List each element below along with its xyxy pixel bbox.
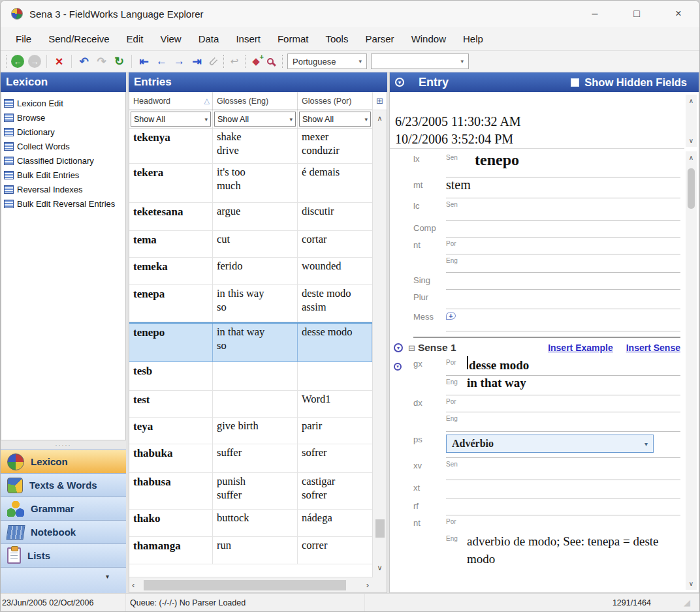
menu-tools[interactable]: Tools: [317, 33, 357, 44]
maximize-button[interactable]: □: [616, 1, 658, 27]
resize-grip-icon[interactable]: ◢: [684, 598, 699, 607]
previous-record-icon[interactable]: ←: [153, 55, 170, 68]
menu-edit[interactable]: Edit: [118, 33, 152, 44]
field-value[interactable]: desse modo: [469, 358, 529, 373]
scroll-right-arrow[interactable]: ›: [366, 580, 369, 590]
table-row[interactable]: teketesanaarguediscutir: [129, 203, 372, 231]
close-button[interactable]: ×: [658, 1, 699, 27]
show-hidden-fields-checkbox[interactable]: [571, 78, 579, 87]
table-row[interactable]: teyagive birthparir: [129, 418, 372, 444]
secondary-combobox[interactable]: ▾: [371, 54, 469, 69]
menu-window[interactable]: Window: [403, 33, 454, 44]
nav-button-lexicon[interactable]: Lexicon: [1, 450, 126, 473]
insert-sense-link[interactable]: Insert Sense: [626, 343, 680, 353]
dates-scrollbar[interactable]: ∧ ∨: [686, 95, 697, 147]
field-value[interactable]: adverbio de modo; See: tenepa = deste mo…: [467, 532, 680, 568]
sidebar-item-dictionary[interactable]: Dictionary: [4, 125, 123, 139]
column-header-glosses-eng[interactable]: Glosses (Eng): [213, 92, 298, 110]
scroll-down-arrow[interactable]: ∨: [686, 580, 697, 587]
sidebar-item-bulk-edit-reversal-entries[interactable]: Bulk Edit Reversal Entries: [4, 196, 123, 211]
field-label: nt: [413, 237, 446, 273]
menu-format[interactable]: Format: [269, 33, 317, 44]
scroll-up-arrow[interactable]: ∧: [686, 151, 697, 161]
filter-glosses-por[interactable]: Show All▾: [299, 112, 371, 127]
table-row[interactable]: thabusapunishsuffercastigarsofrer: [129, 473, 372, 510]
sidebar-item-lexicon-edit[interactable]: Lexicon Edit: [4, 96, 123, 110]
table-row[interactable]: temekaferidowounded: [129, 258, 372, 285]
collapse-sense-icon[interactable]: ⊟: [408, 343, 415, 353]
nav-button-texts-words[interactable]: Texts & Words: [1, 473, 126, 497]
menu-parser[interactable]: Parser: [357, 33, 402, 44]
show-hidden-fields-control[interactable]: Show Hidden Fields: [571, 76, 693, 89]
scrollbar-thumb[interactable]: [144, 580, 346, 590]
nav-button-notebook[interactable]: Notebook: [1, 520, 126, 543]
first-record-icon[interactable]: ⇤: [135, 55, 153, 69]
delete-icon[interactable]: ×: [50, 54, 68, 69]
menu-view[interactable]: View: [151, 33, 189, 44]
scroll-down-arrow[interactable]: ∨: [689, 137, 693, 144]
filter-headword[interactable]: Show All▾: [131, 112, 211, 127]
last-record-icon[interactable]: ⇥: [188, 55, 206, 69]
next-record-icon[interactable]: →: [170, 55, 188, 68]
forward-icon: →: [28, 55, 41, 68]
table-row[interactable]: thamangaruncorrer: [129, 537, 372, 564]
insert-entry-icon[interactable]: ◆+: [248, 55, 264, 67]
scrollbar-thumb[interactable]: [688, 168, 695, 209]
field-lc: lc Sen: [394, 198, 684, 221]
field-comp: Comp: [394, 221, 684, 237]
language-combobox[interactable]: Portuguese ▾: [287, 54, 367, 69]
entries-vertical-scrollbar[interactable]: ⊞ ∧ ∨: [372, 92, 387, 592]
table-row[interactable]: temacutcortar: [129, 231, 372, 258]
menu-help[interactable]: Help: [454, 33, 492, 44]
ws-label: Por: [446, 237, 467, 247]
field-value[interactable]: in that way: [467, 376, 526, 390]
entries-horizontal-scrollbar[interactable]: ‹ ›: [129, 577, 373, 592]
refresh-icon[interactable]: ↻: [110, 54, 128, 69]
toolbar-separator: [46, 55, 47, 68]
sidebar-item-collect-words[interactable]: Collect Words: [4, 139, 123, 153]
table-row[interactable]: tenepain this waysodeste modoassim: [129, 285, 372, 322]
table-row[interactable]: thabukasuffersofrer: [129, 444, 372, 473]
nav-overflow-icon[interactable]: ▾: [106, 573, 109, 580]
pane-menu-icon[interactable]: ▾: [395, 78, 404, 87]
find-entry-icon[interactable]: [267, 58, 274, 65]
field-value[interactable]: tenepo: [467, 151, 519, 169]
scroll-up-arrow[interactable]: ∧: [373, 110, 387, 126]
back-icon[interactable]: ←: [11, 55, 24, 68]
field-value[interactable]: stem: [446, 177, 471, 192]
sidebar-item-browse[interactable]: Browse: [4, 110, 123, 125]
sidebar-item-reversal-indexes[interactable]: Reversal Indexes: [4, 182, 123, 196]
table-row[interactable]: tekenyashakedrivemexerconduzir: [129, 129, 372, 164]
sidebar-item-bulk-edit-entries[interactable]: Bulk Edit Entries: [4, 168, 123, 182]
menu-file[interactable]: File: [7, 33, 40, 44]
field-menu-icon[interactable]: ▾: [394, 363, 402, 371]
table-row-selected[interactable]: tenepoin that waysodesse modo: [129, 322, 372, 362]
add-message-icon[interactable]: +: [446, 312, 456, 320]
column-header-headword[interactable]: Headword△: [129, 92, 213, 110]
scrollbar-thumb[interactable]: [375, 519, 385, 538]
scroll-left-arrow[interactable]: ‹: [132, 580, 135, 590]
filter-glosses-eng[interactable]: Show All▾: [214, 112, 296, 127]
nav-button-lists[interactable]: Lists: [1, 543, 126, 567]
menu-send-receive[interactable]: Send/Receive: [40, 33, 118, 44]
table-row[interactable]: tekerait's toomuché demais: [129, 164, 372, 203]
undo-icon[interactable]: ↶: [75, 55, 93, 69]
main-toolbar: ← → × ↶ ↷ ↻ ⇤ ← → ⇥ ↩ ◆+ Portuguese ▾ ▾: [1, 50, 699, 72]
column-header-glosses-por[interactable]: Glosses (Por): [298, 92, 372, 110]
table-row[interactable]: thakobuttocknádega: [129, 510, 372, 537]
table-row[interactable]: testWord1: [129, 391, 372, 418]
sidebar-item-classified-dictionary[interactable]: Classified Dictionary: [4, 153, 123, 168]
sidebar-splitter-handle[interactable]: ·····: [1, 440, 126, 450]
scroll-up-arrow[interactable]: ∧: [689, 97, 693, 104]
minimize-button[interactable]: –: [574, 1, 616, 27]
sense-menu-icon[interactable]: ▾: [394, 343, 403, 352]
table-row[interactable]: tesb: [129, 362, 372, 391]
scroll-down-arrow[interactable]: ∨: [373, 560, 387, 575]
insert-example-link[interactable]: Insert Example: [548, 343, 613, 353]
nav-button-grammar[interactable]: Grammar: [1, 497, 126, 520]
menu-data[interactable]: Data: [190, 33, 228, 44]
entry-vertical-scrollbar[interactable]: ∧ ∨: [686, 151, 697, 590]
column-chooser-icon[interactable]: ⊞: [373, 92, 387, 110]
menu-insert[interactable]: Insert: [227, 33, 269, 44]
part-of-speech-combobox[interactable]: Advérbio ▾: [446, 435, 654, 453]
